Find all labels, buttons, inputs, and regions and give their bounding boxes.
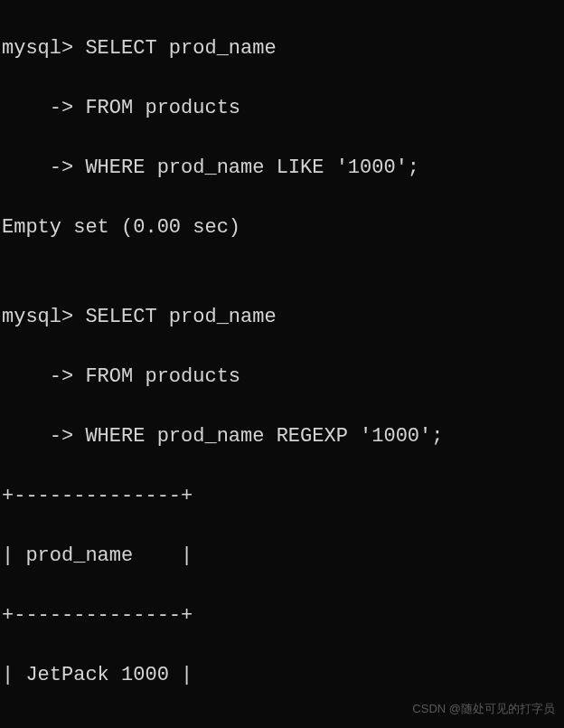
terminal-line: mysql> SELECT prod_name	[2, 33, 562, 63]
terminal-line: +--------------+	[2, 600, 562, 630]
terminal-line: mysql> SELECT prod_name	[2, 302, 562, 332]
terminal-line: -> WHERE prod_name LIKE '1000';	[2, 153, 562, 183]
terminal-line: -> FROM products	[2, 362, 562, 392]
terminal-line: Empty set (0.00 sec)	[2, 213, 562, 242]
terminal-line: | prod_name |	[2, 541, 562, 571]
terminal-line: +--------------+	[2, 720, 562, 728]
terminal-line: | JetPack 1000 |	[2, 660, 562, 690]
terminal-line: -> WHERE prod_name REGEXP '1000';	[2, 421, 562, 451]
terminal-output: mysql> SELECT prod_name -> FROM products…	[2, 4, 562, 728]
watermark-text: CSDN @随处可见的打字员	[412, 700, 555, 718]
terminal-line: +--------------+	[2, 481, 562, 511]
terminal-line: -> FROM products	[2, 93, 562, 123]
